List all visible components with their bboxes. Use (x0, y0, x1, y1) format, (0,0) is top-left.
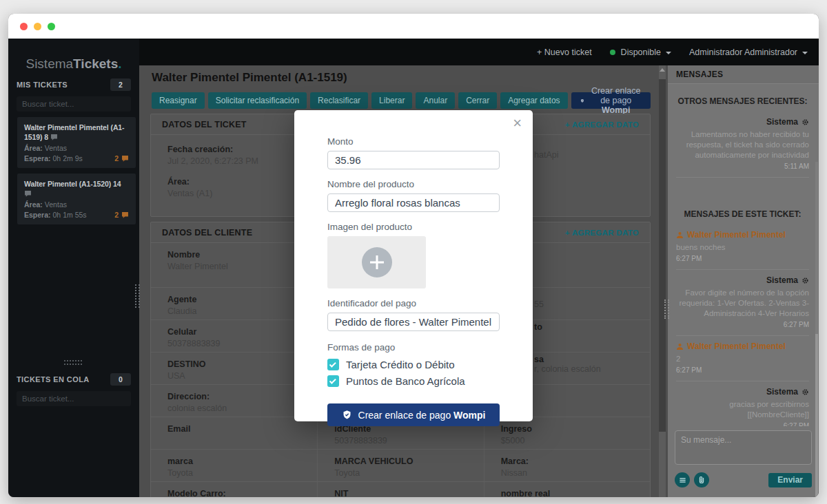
checkbox-checked-icon (327, 359, 339, 370)
zoom-window-button[interactable] (48, 23, 55, 30)
close-icon[interactable]: × (513, 116, 522, 131)
attach-file-button[interactable] (694, 472, 709, 487)
main-scrollbar[interactable] (659, 65, 666, 497)
other-messages-header: OTROS MENSAJES RECIENTES: (676, 96, 809, 106)
chat-bubble-icon (121, 211, 129, 219)
queue-count-badge: 0 (110, 373, 131, 386)
message-client: Walter Pimentel Pimentel 2 6:27 PM (676, 336, 809, 381)
topbar: + Nuevo ticket Disponible Administrador … (139, 39, 819, 65)
ticket-search-input[interactable] (17, 96, 131, 112)
field-nit: NIT (317, 482, 483, 497)
left-split-handle[interactable] (135, 284, 140, 308)
reclasificar-button[interactable]: Reclasificar (310, 92, 368, 109)
logo-text: Sistema (25, 56, 73, 71)
window-titlebar (8, 14, 819, 39)
field-ingreso: Ingreso$5000 (484, 417, 650, 449)
wompi-payment-modal: × Monto Nombre del producto Imagen del p… (294, 110, 533, 421)
field-nombre-real: nombre real (484, 482, 650, 497)
messages-scrollbar-thumb[interactable] (815, 334, 818, 497)
sidebar-split-handle[interactable] (64, 360, 82, 365)
chat-bubble-icon (50, 134, 58, 141)
image-upload-box[interactable] (327, 236, 426, 288)
chat-bubble-icon (121, 155, 129, 162)
unread-count: 2 (114, 211, 129, 219)
create-wompi-link-button[interactable]: Crear enlace de pago Wompi (571, 92, 651, 109)
my-tickets-count-badge: 2 (110, 78, 131, 91)
gear-icon (802, 388, 809, 396)
menu-icon (679, 476, 686, 484)
field-modelo-carro: Modelo Carro: (151, 482, 317, 497)
ticket-item-area: Área:Ventas (24, 144, 129, 152)
shield-check-icon (580, 96, 584, 105)
partial-text: 55 (534, 300, 544, 309)
close-window-button[interactable] (20, 23, 28, 30)
plus-icon (362, 247, 392, 277)
desktop: SistemaTickets. MIS TICKETS 2 Walter Pim… (0, 0, 827, 504)
message-input[interactable] (675, 430, 812, 465)
quick-replies-button[interactable] (675, 472, 690, 487)
partial-text: hatApi (534, 150, 558, 160)
messages-scroll-area[interactable]: OTROS MENSAJES RECIENTES: Sistema Lament… (668, 84, 816, 426)
client-data-title: DATOS DEL CLIENTE (162, 228, 252, 238)
queue-search-input[interactable] (17, 391, 131, 406)
checkbox-checked-icon (327, 375, 339, 387)
agregar-datos-button[interactable]: Agregar datos (500, 92, 567, 109)
formas-de-pago-label: Formas de pago (327, 342, 500, 353)
ticket-item-wait: Espera:0h 2m 9s 2 (24, 154, 129, 162)
monto-label: Monto (327, 136, 500, 147)
my-tickets-label: MIS TICKETS (17, 81, 68, 89)
partial-text: to (534, 322, 542, 332)
producto-input[interactable] (327, 193, 500, 212)
status-dropdown[interactable]: Disponible (610, 48, 671, 57)
status-online-icon (610, 50, 615, 55)
minimize-window-button[interactable] (34, 23, 41, 30)
chevron-down-icon (666, 52, 671, 54)
producto-label: Nombre del producto (327, 179, 500, 189)
chat-bubble-icon (24, 190, 32, 198)
ticket-item-name: Walter Pimentel (A1-1520) 14 (24, 179, 129, 198)
field-direccion: Direccion:colonia escalón (151, 385, 317, 417)
field-destino: DESTINOUSA (151, 353, 317, 384)
solicitar-reclasificacion-button[interactable]: Solicitar reclasificación (208, 92, 307, 109)
user-dropdown[interactable]: Administrador Administrador (689, 48, 808, 57)
right-split-handle[interactable] (664, 300, 669, 319)
ticket-actions: Reasignar Solicitar reclasificación Recl… (152, 92, 651, 109)
message-composer: Enviar (668, 426, 819, 497)
send-button[interactable]: Enviar (768, 473, 812, 487)
partial-text: sa (534, 355, 544, 364)
field-marca: marcaToyota (151, 450, 317, 481)
ticket-list-item[interactable]: Walter Pimentel (A1-1520) 14 Área:Ventas… (17, 174, 136, 224)
ticket-item-area: Área:Ventas (24, 200, 129, 209)
message-system: Sistema gracias por escribirnos [[Nombre… (676, 381, 809, 426)
person-icon (676, 231, 684, 239)
ticket-list-item[interactable]: Walter Pimentel Pimentel (A1-1519) 8 Áre… (17, 117, 136, 168)
message-client: Walter Pimentel Pimentel buens noches 6:… (676, 224, 809, 270)
cerrar-button[interactable]: Cerrar (458, 92, 497, 109)
person-icon (676, 343, 684, 350)
field-marca2: Marca:Nissan (484, 450, 650, 481)
checkbox-puntos-agricola[interactable]: Puntos de Banco Agrícola (327, 375, 500, 387)
ticket-item-name: Walter Pimentel Pimentel (A1-1519) 8 (24, 123, 129, 142)
checkbox-tarjeta[interactable]: Tarjeta Crédito o Débito (327, 359, 500, 370)
identificador-input[interactable] (327, 313, 500, 331)
shield-check-icon (342, 410, 352, 420)
reasignar-button[interactable]: Reasignar (152, 92, 205, 109)
add-ticket-data-link[interactable]: + AGREGAR DATO (565, 120, 639, 129)
ticket-data-title: DATOS DEL TICKET (162, 120, 247, 129)
app-logo: SistemaTickets. (8, 39, 139, 74)
message-system: Sistema Lamentamos no haber recibido tu … (676, 112, 809, 178)
paperclip-icon (697, 476, 706, 484)
gear-icon (802, 118, 809, 126)
partial-text: r, colonia escalón (534, 364, 601, 374)
scroll-up-arrow-icon[interactable] (660, 68, 665, 72)
anular-button[interactable]: Anular (416, 92, 455, 109)
add-client-data-link[interactable]: + AGREGAR DATO (565, 229, 639, 237)
submit-wompi-button[interactable]: Crear enlace de pago Wompi (327, 403, 500, 426)
messages-scrollbar[interactable] (815, 162, 818, 497)
main-scrollbar-thumb[interactable] (659, 79, 666, 432)
messages-header: MENSAJES (668, 65, 819, 84)
new-ticket-button[interactable]: + Nuevo ticket (537, 48, 592, 57)
ticket-item-wait: Espera:0h 1m 55s 2 (24, 211, 129, 219)
monto-input[interactable] (327, 151, 500, 169)
liberar-button[interactable]: Liberar (371, 92, 412, 109)
